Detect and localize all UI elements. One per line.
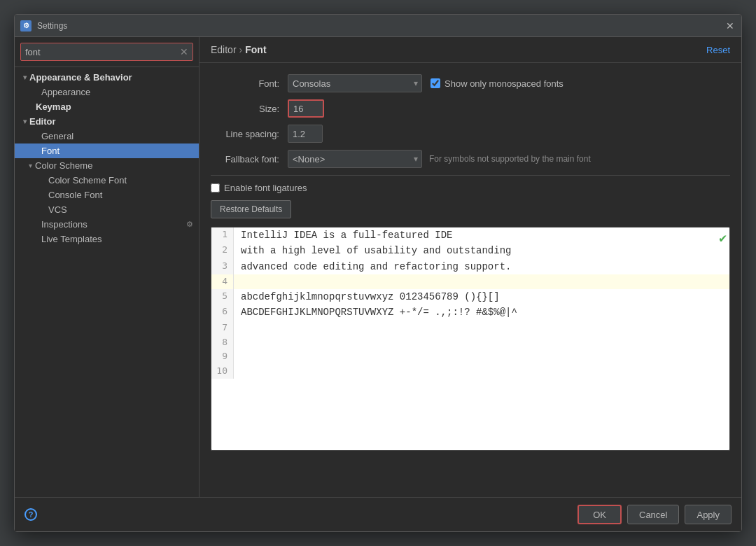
tree-item-label: Inspections <box>41 219 88 230</box>
dialog-body: ✕ ▾Appearance & BehaviorAppearanceKeymap… <box>15 37 741 497</box>
sidebar-item-appearance-behavior[interactable]: ▾Appearance & Behavior <box>15 70 199 85</box>
search-box: ✕ <box>20 43 193 61</box>
line-text <box>234 321 241 335</box>
breadcrumb-separator: › <box>239 44 243 55</box>
settings-dialog: ⚙ Settings ✕ ✕ ▾Appearance & BehaviorApp… <box>14 14 742 532</box>
breadcrumb: Editor › Font <box>211 44 267 55</box>
tree-item-label: Color Scheme Font <box>48 175 127 186</box>
sidebar-item-inspections[interactable]: Inspections⚙ <box>15 217 199 232</box>
apply-button[interactable]: Apply <box>685 505 732 524</box>
titlebar: ⚙ Settings ✕ <box>15 15 741 37</box>
tree-arrow: ▾ <box>23 74 27 81</box>
size-row: Size: <box>211 99 730 118</box>
line-number: 9 <box>211 349 234 364</box>
preview-line: 1IntelliJ IDEA is a full-featured IDE <box>211 227 729 243</box>
preview-line: 6ABCDEFGHIJKLMNOPQRSTUVWXYZ +-*/= .,;:!?… <box>211 304 729 320</box>
fallback-label: Fallback font: <box>211 154 288 164</box>
line-number: 7 <box>211 321 234 335</box>
line-number: 5 <box>211 289 234 304</box>
line-text: with a high level of usability and outst… <box>234 243 511 258</box>
ligatures-row: Enable font ligatures <box>211 183 730 193</box>
line-text: ABCDEFGHIJKLMNOPQRSTUVWXYZ +-*/= .,;:!? … <box>234 304 517 320</box>
preview-check-icon: ✔ <box>719 230 727 246</box>
sidebar-item-color-scheme-font[interactable]: Color Scheme Font <box>15 173 199 188</box>
monospaced-checkbox[interactable] <box>430 78 440 88</box>
sidebar-item-font[interactable]: Font <box>15 144 199 158</box>
line-number: 1 <box>211 227 234 243</box>
ligatures-checkbox[interactable] <box>211 183 220 192</box>
sidebar-item-editor[interactable]: ▾Editor <box>15 114 199 129</box>
preview-line: 7 <box>211 321 729 335</box>
preview-line: 8 <box>211 335 729 350</box>
tree-item-count: ⚙ <box>186 220 193 229</box>
tree-arrow: ▾ <box>23 118 27 125</box>
sidebar-item-keymap[interactable]: Keymap <box>15 99 199 114</box>
bottom-bar: ? OK Cancel Apply <box>15 497 741 531</box>
tree-item-label: Keymap <box>36 102 71 112</box>
size-input[interactable] <box>288 99 324 118</box>
cancel-button[interactable]: Cancel <box>627 505 679 524</box>
fallback-select-wrapper: <None> <box>288 150 422 168</box>
sidebar-item-color-scheme[interactable]: ▾Color Scheme <box>15 158 199 173</box>
size-label: Size: <box>211 104 288 114</box>
tree-arrow: ▾ <box>29 162 32 169</box>
fallback-font-select[interactable]: <None> <box>288 150 422 168</box>
main-header: Editor › Font Reset <box>200 37 741 63</box>
close-button[interactable]: ✕ <box>724 20 736 31</box>
tree-item-label: Editor <box>29 116 56 127</box>
monospaced-label: Show only monospaced fonts <box>444 78 564 89</box>
tree-item-label: Color Scheme <box>35 160 92 171</box>
tree-item-label: General <box>41 131 74 141</box>
divider <box>211 175 730 176</box>
line-text <box>234 274 241 289</box>
line-text: IntelliJ IDEA is a full-featured IDE <box>234 227 452 243</box>
tree-item-label: Font <box>41 146 59 156</box>
line-text <box>234 349 241 364</box>
preview-line: 9 <box>211 349 729 364</box>
settings-tree: ▾Appearance & BehaviorAppearanceKeymap▾E… <box>15 67 199 497</box>
font-select-wrapper: Consolas Arial Courier New Monaco Menlo <box>288 74 422 92</box>
breadcrumb-current: Font <box>245 44 266 55</box>
line-number: 2 <box>211 243 234 258</box>
reset-link[interactable]: Reset <box>706 45 730 55</box>
sidebar-item-console-font[interactable]: Console Font <box>15 188 199 202</box>
main-content: Font: Consolas Arial Courier New Monaco … <box>200 63 741 497</box>
monospaced-checkbox-area: Show only monospaced fonts <box>430 78 564 89</box>
font-row: Font: Consolas Arial Courier New Monaco … <box>211 74 730 92</box>
sidebar-item-general[interactable]: General <box>15 129 199 144</box>
preview-area: 1IntelliJ IDEA is a full-featured IDE2wi… <box>211 227 730 451</box>
help-button[interactable]: ? <box>24 508 37 521</box>
font-label: Font: <box>211 78 288 89</box>
preview-line: 5abcdefghijklmnopqrstuvwxyz 0123456789 (… <box>211 289 729 304</box>
restore-defaults-button[interactable]: Restore Defaults <box>211 200 291 218</box>
line-number: 8 <box>211 335 234 350</box>
fallback-note: For symbols not supported by the main fo… <box>429 154 591 164</box>
preview-line: 10 <box>211 364 729 379</box>
font-select[interactable]: Consolas Arial Courier New Monaco Menlo <box>288 74 422 92</box>
main-area: Editor › Font Reset Font: Consolas Arial… <box>200 37 741 497</box>
line-spacing-input[interactable] <box>288 125 323 143</box>
sidebar: ✕ ▾Appearance & BehaviorAppearanceKeymap… <box>15 37 200 497</box>
line-text <box>234 364 241 379</box>
dialog-title: Settings <box>37 21 724 31</box>
line-text: abcdefghijklmnopqrstuvwxyz 0123456789 ()… <box>234 289 500 304</box>
sidebar-item-live-templates[interactable]: Live Templates <box>15 232 199 246</box>
ok-button[interactable]: OK <box>578 505 622 524</box>
tree-item-label: Appearance & Behavior <box>29 72 132 83</box>
preview-line: 4 <box>211 274 729 289</box>
tree-item-label: Appearance <box>41 87 90 97</box>
line-number: 3 <box>211 259 234 274</box>
action-buttons: OK Cancel Apply <box>578 505 732 524</box>
search-clear-button[interactable]: ✕ <box>180 46 188 57</box>
line-number: 10 <box>211 364 234 379</box>
search-input[interactable] <box>25 47 180 57</box>
line-spacing-row: Line spacing: <box>211 125 730 143</box>
preview-line: 2with a high level of usability and outs… <box>211 243 729 258</box>
ligatures-label: Enable font ligatures <box>224 183 307 193</box>
tree-item-label: Console Font <box>48 190 102 200</box>
sidebar-item-vcs[interactable]: VCS <box>15 202 199 217</box>
sidebar-item-appearance[interactable]: Appearance <box>15 85 199 99</box>
fallback-font-row: Fallback font: <None> For symbols not su… <box>211 150 730 168</box>
tree-item-label: VCS <box>48 204 67 215</box>
line-number: 4 <box>211 274 234 289</box>
